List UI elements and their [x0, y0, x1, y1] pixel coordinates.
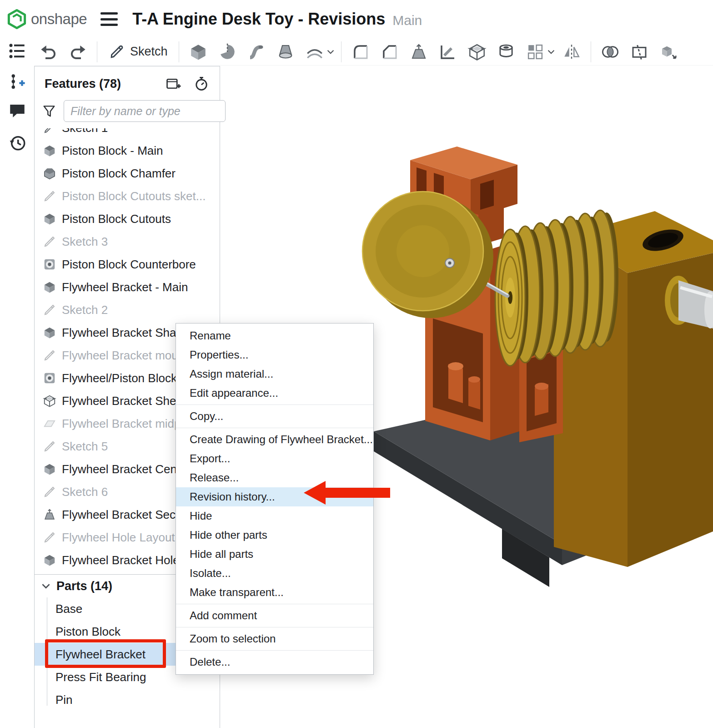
feature-label: Flywheel Bracket Shap [62, 326, 183, 340]
sketch-icon [43, 189, 56, 203]
hole-icon [497, 42, 516, 61]
linear-pattern-button[interactable] [523, 40, 547, 64]
feature-item[interactable]: Piston Block Counterbore [35, 253, 220, 276]
boolean-button[interactable] [598, 40, 622, 64]
menu-item-isolate[interactable]: Isolate... [176, 564, 373, 583]
rib-button[interactable] [436, 40, 460, 64]
part-label: Pin [55, 693, 73, 707]
redo-button[interactable] [66, 40, 90, 64]
chevron-down-icon [40, 580, 52, 592]
menu-item-make-transparent[interactable]: Make transparent... [176, 583, 373, 602]
menu-item-zoom-to-selection[interactable]: Zoom to selection [176, 629, 373, 648]
extrude-icon [43, 462, 56, 476]
feature-item[interactable]: Sketch 3 [35, 230, 220, 253]
feature-item[interactable]: Piston Block - Main [35, 139, 220, 162]
chevron-down-icon[interactable] [326, 47, 336, 57]
stopwatch-icon[interactable] [193, 76, 210, 92]
left-rail [0, 38, 34, 728]
chevron-down-icon[interactable] [546, 47, 556, 57]
feature-item[interactable]: Sketch 1 [35, 128, 220, 139]
comments-panel-button[interactable] [6, 100, 28, 121]
feature-filter-input[interactable] [64, 100, 226, 122]
menu-item-hide[interactable]: Hide [176, 506, 373, 526]
revolve-button[interactable] [216, 40, 239, 64]
feature-item[interactable]: Sketch 2 [35, 298, 220, 321]
feature-item[interactable]: Flywheel Bracket - Main [35, 276, 220, 298]
menu-divider [176, 604, 373, 604]
transform-button[interactable] [657, 40, 680, 64]
split-icon [630, 42, 649, 61]
thicken-button[interactable] [303, 40, 326, 64]
part-label: Flywheel Bracket [55, 647, 146, 662]
hamburger-menu-icon[interactable] [100, 12, 118, 26]
feature-list-panel-button[interactable] [6, 40, 28, 62]
menu-item-copy[interactable]: Copy... [176, 407, 373, 426]
history-panel-button[interactable] [6, 131, 28, 153]
mate-connector-icon [8, 72, 27, 91]
document-title: T-A Engine Desk Toy - Revisions [132, 10, 385, 29]
menu-item-hide-other-parts[interactable]: Hide other parts [176, 526, 373, 545]
menu-divider [176, 627, 373, 627]
transform-icon [659, 42, 678, 61]
menu-divider [176, 428, 373, 428]
menu-item-release[interactable]: Release... [176, 468, 373, 487]
hole-button[interactable] [494, 40, 518, 64]
mirror-button[interactable] [560, 40, 583, 64]
filter-funnel-icon[interactable] [42, 104, 56, 118]
pattern-icon [526, 42, 545, 61]
extrude-icon [43, 212, 56, 226]
feature-item[interactable]: Piston Block Cutouts [35, 207, 220, 230]
sketch-icon [43, 531, 56, 544]
undo-icon [39, 42, 58, 61]
toolbar-separator [341, 41, 341, 62]
extrude-button[interactable] [186, 40, 210, 64]
mate-connector-panel-button[interactable] [6, 71, 28, 93]
sweep-button[interactable] [245, 40, 268, 64]
fillet-button[interactable] [349, 40, 372, 64]
rib-icon [438, 42, 457, 61]
sketch-icon [43, 128, 56, 135]
sketch-icon [43, 485, 56, 499]
split-button[interactable] [628, 40, 651, 64]
feature-filter-row [35, 96, 220, 128]
sketch-icon [43, 440, 56, 453]
toolbar-separator [591, 41, 591, 62]
pencil-icon [108, 43, 126, 61]
pulley-part-3d[interactable] [495, 210, 618, 366]
draft-button[interactable] [407, 40, 431, 64]
onshape-logo-icon [6, 9, 27, 30]
workspace-name[interactable]: Main [392, 10, 422, 28]
menu-item-properties[interactable]: Properties... [176, 345, 373, 364]
feature-label: Flywheel Bracket Hole [62, 553, 180, 567]
app-header: onshape T-A Engine Desk Toy - Revisions … [0, 0, 713, 38]
part-item-pin[interactable]: Pin [35, 688, 220, 711]
menu-item-revision-history[interactable]: Revision history... [176, 487, 373, 506]
undo-button[interactable] [37, 40, 60, 64]
chamfer-button[interactable] [378, 40, 402, 64]
new-folder-icon[interactable] [165, 76, 181, 92]
shell-button[interactable] [465, 40, 489, 64]
feature-item[interactable]: Piston Block Chamfer [35, 162, 220, 185]
feature-label: Piston Block Counterbore [62, 258, 196, 272]
sketch-button[interactable]: Sketch [108, 43, 168, 61]
menu-item-add-comment[interactable]: Add comment [176, 606, 373, 625]
thicken-icon [305, 42, 324, 61]
menu-item-edit-appearance[interactable]: Edit appearance... [176, 384, 373, 403]
menu-item-rename[interactable]: Rename [176, 326, 373, 345]
fillet-icon [351, 42, 370, 61]
feature-toolbar: Sketch [34, 38, 713, 66]
logo-text: onshape [31, 10, 87, 28]
feature-label: Flywheel Bracket Seco [62, 508, 182, 522]
loft-button[interactable] [274, 40, 297, 64]
feature-label: Sketch 6 [62, 485, 108, 499]
feature-label: Flywheel/Piston Block [62, 371, 177, 385]
feature-label: Piston Block Chamfer [62, 167, 176, 181]
menu-item-hide-all-parts[interactable]: Hide all parts [176, 545, 373, 564]
menu-item-delete[interactable]: Delete... [176, 652, 373, 672]
menu-item-create-drawing[interactable]: Create Drawing of Flywheel Bracket... [176, 430, 373, 449]
menu-item-export[interactable]: Export... [176, 449, 373, 468]
feature-label: Flywheel Bracket midp [62, 417, 181, 431]
menu-item-assign-material[interactable]: Assign material... [176, 364, 373, 384]
menu-divider [176, 404, 373, 405]
feature-item[interactable]: Piston Block Cutouts sket... [35, 185, 220, 207]
